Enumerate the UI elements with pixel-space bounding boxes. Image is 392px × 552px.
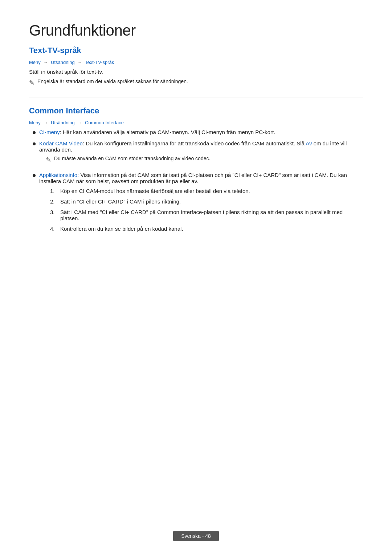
page-number-badge: Svenska - 48 (173, 531, 219, 541)
kodar-cam-av-link[interactable]: Av (306, 140, 312, 146)
breadcrumb-utsandning[interactable]: Utsändning (51, 60, 75, 65)
breadcrumb2-arrow1: → (43, 120, 49, 125)
ordered-num-4: 4. (50, 226, 57, 232)
kodar-cam-subnote-text: Du måste använda en CAM som stöder trans… (54, 156, 210, 161)
section1-breadcrumb: Meny → Utsändning → Text-TV-språk (29, 60, 363, 65)
ordered-item-2: 2. Sätt in "CI eller CI+ CARD" i CAM i p… (50, 198, 363, 205)
bullet-content-3: Applikationsinfo: Visa information på de… (39, 172, 363, 236)
breadcrumb-arrow1: → (43, 60, 49, 65)
ci-meny-text: : Här kan användaren välja alternativ på… (60, 129, 275, 135)
breadcrumb2-common[interactable]: Common Interface (85, 120, 124, 125)
bullet-dot-2 (33, 142, 36, 145)
ordered-num-2: 2. (50, 198, 57, 205)
section1-note: ✎ Engelska är standard om det valda språ… (29, 78, 363, 87)
kodar-cam-subnote: ✎ Du måste använda en CAM som stöder tra… (46, 156, 363, 164)
bullet-content-1: CI-meny: Här kan användaren välja altern… (39, 129, 363, 135)
applikationsinfo-text: : Visa information på det CAM som är isa… (39, 172, 347, 184)
breadcrumb-arrow2: → (77, 60, 83, 65)
ordered-num-3: 3. (50, 209, 57, 215)
note-icon-1: ✎ (29, 79, 34, 87)
section2-heading: Common Interface (29, 106, 363, 116)
bullet-dot-3 (33, 174, 36, 177)
section-divider (29, 97, 363, 97)
ordered-list: 1. Köp en CI CAM-modul hos närmaste åter… (50, 188, 363, 232)
ordered-item-1: 1. Köp en CI CAM-modul hos närmaste åter… (50, 188, 363, 194)
breadcrumb2-arrow2: → (77, 120, 83, 125)
breadcrumb2-utsandning[interactable]: Utsändning (51, 120, 75, 125)
bullet-list: CI-meny: Här kan användaren välja altern… (33, 129, 363, 236)
breadcrumb-texttv[interactable]: Text-TV-språk (85, 60, 114, 65)
chapter-title: Grundfunktioner (29, 22, 363, 39)
ordered-text-4: Kontrollera om du kan se bilder på en ko… (60, 226, 363, 232)
ordered-text-3: Sätt i CAM med "CI eller CI+ CARD" på Co… (60, 209, 363, 221)
bullet-dot-1 (33, 131, 36, 134)
kodar-cam-link[interactable]: Kodar CAM Video (39, 140, 83, 146)
ci-meny-link[interactable]: CI-meny (39, 129, 60, 135)
breadcrumb-meny[interactable]: Meny (29, 60, 41, 65)
applikationsinfo-link[interactable]: Applikationsinfo (39, 172, 77, 178)
section1-description: Ställ in önskat språk för text-tv. (29, 69, 363, 75)
bullet-content-2: Kodar CAM Video: Du kan konfigurera inst… (39, 140, 363, 167)
kodar-cam-text1: : Du kan konfigurera inställningarna för… (83, 140, 306, 146)
list-item-kodar-cam: Kodar CAM Video: Du kan konfigurera inst… (33, 140, 363, 167)
ordered-item-3: 3. Sätt i CAM med "CI eller CI+ CARD" på… (50, 209, 363, 221)
ordered-text-2: Sätt in "CI eller CI+ CARD" i CAM i pile… (60, 198, 363, 205)
page-footer: Svenska - 48 (0, 531, 392, 541)
ordered-num-1: 1. (50, 188, 57, 194)
ordered-text-1: Köp en CI CAM-modul hos närmaste återför… (60, 188, 363, 194)
ordered-item-4: 4. Kontrollera om du kan se bilder på en… (50, 226, 363, 232)
section2-breadcrumb: Meny → Utsändning → Common Interface (29, 120, 363, 125)
breadcrumb2-meny[interactable]: Meny (29, 120, 41, 125)
list-item-ci-meny: CI-meny: Här kan användaren välja altern… (33, 129, 363, 135)
section1-note-text: Engelska är standard om det valda språke… (37, 78, 188, 84)
section1-heading: Text-TV-språk (29, 46, 363, 55)
note-icon-2: ✎ (46, 156, 51, 164)
list-item-applikationsinfo: Applikationsinfo: Visa information på de… (33, 172, 363, 236)
